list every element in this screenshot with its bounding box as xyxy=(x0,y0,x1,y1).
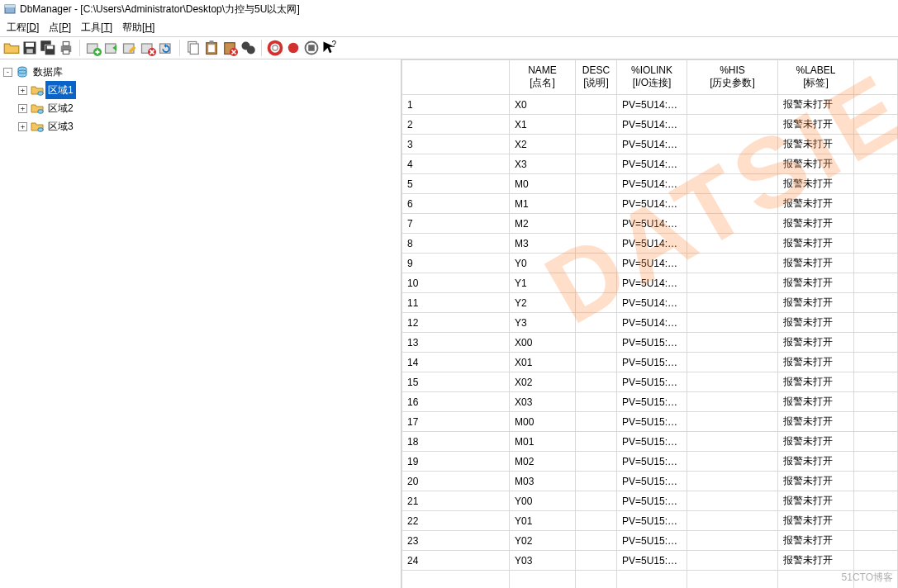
cell-label[interactable]: 报警未打开 xyxy=(778,95,854,115)
cell-name[interactable]: X3 xyxy=(510,154,576,174)
cell-extra[interactable] xyxy=(854,135,898,154)
cell-iolink[interactable]: PV=5U15:Se... xyxy=(617,511,687,531)
row-header[interactable]: 14 xyxy=(402,353,510,372)
cell-label[interactable]: 报警未打开 xyxy=(778,174,854,194)
cell-label[interactable]: 报警未打开 xyxy=(778,531,854,551)
table-row[interactable]: 9Y0PV=5U14:Se...报警未打开 xyxy=(402,254,898,273)
cell-label[interactable]: 报警未打开 xyxy=(778,452,854,472)
cell-his[interactable] xyxy=(687,333,778,353)
cell-iolink[interactable]: PV=5U14:Se... xyxy=(617,154,687,174)
cell-desc[interactable] xyxy=(576,293,617,313)
row-header[interactable] xyxy=(402,571,510,589)
row-header[interactable]: 18 xyxy=(402,432,510,452)
cell-desc[interactable] xyxy=(576,214,617,234)
cell-label[interactable]: 报警未打开 xyxy=(778,353,854,372)
cell-iolink[interactable]: PV=5U15:Se... xyxy=(617,531,687,551)
open-icon[interactable] xyxy=(3,40,20,56)
row-header[interactable]: 24 xyxy=(402,551,510,571)
cell-desc[interactable] xyxy=(576,551,617,571)
tree-node[interactable]: +区域1 xyxy=(18,81,399,99)
cell-name[interactable]: M1 xyxy=(510,194,576,214)
cell-desc[interactable] xyxy=(576,372,617,392)
cut-icon[interactable] xyxy=(221,40,238,56)
paste-icon[interactable] xyxy=(203,40,220,56)
cell-label[interactable]: 报警未打开 xyxy=(778,214,854,234)
row-header[interactable]: 23 xyxy=(402,531,510,551)
cell-iolink[interactable]: PV=5U14:Se... xyxy=(617,273,687,293)
row-header[interactable]: 12 xyxy=(402,313,510,333)
menu-tools[interactable]: 工具[T] xyxy=(76,19,117,36)
cell-iolink[interactable]: PV=5U15:Se... xyxy=(617,491,687,511)
row-header[interactable]: 15 xyxy=(402,372,510,392)
cell-his[interactable] xyxy=(687,234,778,254)
cell-label[interactable]: 报警未打开 xyxy=(778,491,854,511)
cell-desc[interactable] xyxy=(576,511,617,531)
cell-desc[interactable] xyxy=(576,254,617,273)
cell-iolink[interactable]: PV=5U14:Se... xyxy=(617,115,687,135)
cell-extra[interactable] xyxy=(854,115,898,135)
cell-name[interactable]: Y2 xyxy=(510,293,576,313)
table-row[interactable]: 7M2PV=5U14:Se...报警未打开 xyxy=(402,214,898,234)
table-row[interactable]: 10Y1PV=5U14:Se...报警未打开 xyxy=(402,273,898,293)
row-header[interactable]: 4 xyxy=(402,154,510,174)
table-row[interactable]: 13X00PV=5U15:Se...报警未打开 xyxy=(402,333,898,353)
cell-his[interactable] xyxy=(687,313,778,333)
cell-extra[interactable] xyxy=(854,174,898,194)
cell-his[interactable] xyxy=(687,551,778,571)
cell-iolink[interactable]: PV=5U14:Se... xyxy=(617,254,687,273)
cell-label[interactable]: 报警未打开 xyxy=(778,194,854,214)
cell-his[interactable] xyxy=(687,154,778,174)
table-row[interactable]: 18M01PV=5U15:Se...报警未打开 xyxy=(402,432,898,452)
cell-extra[interactable] xyxy=(854,95,898,115)
table-row[interactable]: 3X2PV=5U14:Se...报警未打开 xyxy=(402,135,898,154)
cell-extra[interactable] xyxy=(854,372,898,392)
cell-iolink[interactable]: PV=5U15:Se... xyxy=(617,333,687,353)
cell-name[interactable]: Y0 xyxy=(510,254,576,273)
table-row[interactable]: 8M3PV=5U14:Se...报警未打开 xyxy=(402,234,898,254)
cell-his[interactable] xyxy=(687,115,778,135)
row-header[interactable]: 21 xyxy=(402,491,510,511)
edit-icon[interactable] xyxy=(121,40,138,56)
cell-iolink[interactable]: PV=5U14:Se... xyxy=(617,313,687,333)
cell-extra[interactable] xyxy=(854,412,898,432)
cell-iolink[interactable]: PV=5U15:Se... xyxy=(617,372,687,392)
cell-label[interactable]: 报警未打开 xyxy=(778,551,854,571)
row-header[interactable]: 6 xyxy=(402,194,510,214)
cell-extra[interactable] xyxy=(854,353,898,372)
table-row[interactable]: 1X0PV=5U14:Se...报警未打开 xyxy=(402,95,898,115)
cell-his[interactable] xyxy=(687,194,778,214)
table-row[interactable]: 20M03PV=5U15:Se...报警未打开 xyxy=(402,472,898,491)
cell-his[interactable] xyxy=(687,432,778,452)
cell-iolink[interactable]: PV=5U14:Se... xyxy=(617,174,687,194)
cell-name[interactable]: Y03 xyxy=(510,551,576,571)
cell-iolink[interactable]: PV=5U14:Se... xyxy=(617,234,687,254)
col-header-iolink[interactable]: %IOLINK[I/O连接] xyxy=(617,60,687,95)
menu-point[interactable]: 点[P] xyxy=(44,19,76,36)
cell-desc[interactable] xyxy=(576,452,617,472)
row-header[interactable]: 9 xyxy=(402,254,510,273)
cell-extra[interactable] xyxy=(854,392,898,412)
cell-extra[interactable] xyxy=(854,234,898,254)
cell-desc[interactable] xyxy=(576,194,617,214)
table-row[interactable]: 22Y01PV=5U15:Se...报警未打开 xyxy=(402,511,898,531)
cell-extra[interactable] xyxy=(854,273,898,293)
cell-label[interactable]: 报警未打开 xyxy=(778,273,854,293)
copy-icon[interactable] xyxy=(185,40,202,56)
cell-label[interactable]: 报警未打开 xyxy=(778,472,854,491)
cell-his[interactable] xyxy=(687,353,778,372)
cell-iolink[interactable]: PV=5U15:Se... xyxy=(617,551,687,571)
cell-desc[interactable] xyxy=(576,95,617,115)
cell-name[interactable]: X0 xyxy=(510,95,576,115)
cell-desc[interactable] xyxy=(576,115,617,135)
cell-label[interactable]: 报警未打开 xyxy=(778,333,854,353)
cell-name[interactable]: Y02 xyxy=(510,531,576,551)
cell-name[interactable]: M0 xyxy=(510,174,576,194)
corner-cell[interactable] xyxy=(402,60,510,95)
cell-name[interactable]: M03 xyxy=(510,472,576,491)
cell-desc[interactable] xyxy=(576,154,617,174)
cell-extra[interactable] xyxy=(854,551,898,571)
table-row[interactable] xyxy=(402,571,898,589)
cell-iolink[interactable]: PV=5U15:Se... xyxy=(617,472,687,491)
row-header[interactable]: 11 xyxy=(402,293,510,313)
row-header[interactable]: 2 xyxy=(402,115,510,135)
